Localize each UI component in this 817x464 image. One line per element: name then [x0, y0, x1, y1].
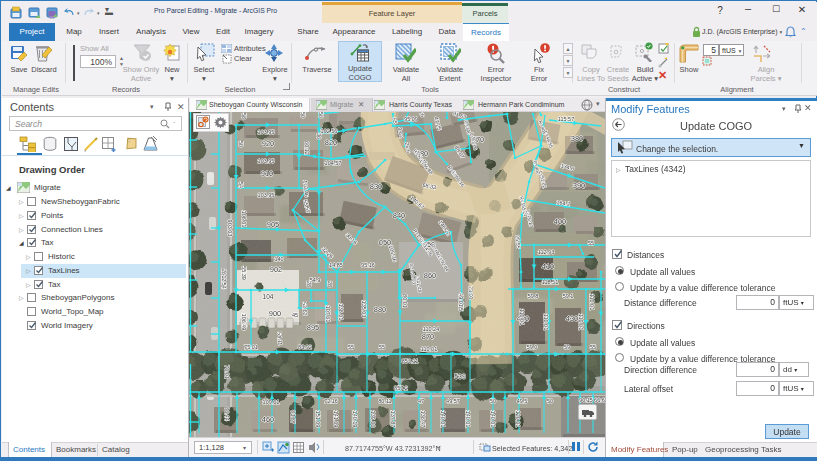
- svg-text:120.01: 120.01: [515, 411, 521, 428]
- svg-text:400: 400: [554, 217, 567, 226]
- svg-text:75.01: 75.01: [244, 344, 258, 350]
- svg-text:80.11: 80.11: [378, 398, 391, 404]
- svg-text:141.09: 141.09: [333, 411, 339, 428]
- svg-text:50: 50: [490, 398, 496, 404]
- svg-text:110.01: 110.01: [543, 314, 549, 330]
- svg-text:36: 36: [316, 133, 322, 139]
- svg-text:870: 870: [422, 332, 435, 341]
- svg-text:902: 902: [270, 265, 283, 274]
- svg-text:59.0: 59.0: [527, 344, 538, 350]
- svg-text:895: 895: [307, 323, 320, 332]
- svg-text:14.85: 14.85: [329, 262, 343, 268]
- svg-text:52.62: 52.62: [301, 302, 308, 316]
- svg-text:390: 390: [573, 181, 586, 190]
- svg-text:50: 50: [238, 141, 244, 147]
- svg-text:55: 55: [391, 117, 398, 124]
- svg-text:56: 56: [318, 112, 324, 118]
- svg-text:55: 55: [588, 240, 594, 246]
- svg-text:110.01: 110.01: [421, 346, 437, 352]
- svg-text:135.03: 135.03: [361, 301, 367, 318]
- svg-text:920: 920: [262, 139, 275, 148]
- svg-text:49.57: 49.57: [446, 398, 460, 404]
- svg-text:880: 880: [374, 305, 387, 314]
- svg-text:107.61: 107.61: [325, 306, 331, 323]
- svg-text:140: 140: [274, 256, 283, 262]
- svg-text:50: 50: [300, 112, 306, 118]
- svg-text:900: 900: [269, 309, 282, 318]
- svg-text:50: 50: [547, 398, 553, 404]
- svg-text:45: 45: [292, 312, 298, 318]
- svg-text:95.16: 95.16: [361, 262, 375, 268]
- svg-text:110.01: 110.01: [589, 294, 595, 310]
- svg-text:139.06: 139.06: [370, 411, 376, 428]
- svg-text:102.56: 102.56: [321, 128, 338, 134]
- svg-text:83.92: 83.92: [298, 344, 312, 350]
- svg-text:70.01: 70.01: [224, 365, 230, 379]
- svg-text:59.1: 59.1: [563, 293, 574, 299]
- svg-text:86.44: 86.44: [224, 407, 230, 421]
- svg-text:28: 28: [306, 281, 312, 287]
- svg-text:49.5: 49.5: [517, 398, 528, 404]
- svg-text:55: 55: [348, 344, 354, 350]
- svg-text:430: 430: [566, 314, 579, 323]
- svg-text:59.8: 59.8: [528, 293, 539, 299]
- svg-text:55: 55: [590, 344, 596, 350]
- svg-text:55.39: 55.39: [241, 266, 247, 280]
- svg-text:840: 840: [393, 211, 406, 220]
- svg-text:460: 460: [262, 415, 275, 424]
- svg-text:103.95: 103.95: [258, 129, 275, 135]
- svg-text:80.01: 80.01: [402, 294, 408, 308]
- svg-text:109.01: 109.01: [263, 399, 280, 405]
- svg-text:410: 410: [542, 262, 555, 271]
- svg-text:103.95: 103.95: [258, 158, 275, 164]
- svg-text:136.47: 136.47: [420, 411, 426, 428]
- svg-text:103.95: 103.95: [258, 192, 275, 198]
- svg-text:820: 820: [325, 138, 338, 147]
- svg-text:58: 58: [241, 113, 247, 119]
- svg-text:140.01: 140.01: [440, 411, 446, 428]
- svg-text:104.57: 104.57: [325, 160, 342, 166]
- svg-text:60.12: 60.12: [304, 141, 310, 155]
- svg-text:55: 55: [379, 344, 385, 350]
- svg-text:115.57: 115.57: [558, 116, 574, 122]
- svg-text:59: 59: [564, 344, 570, 350]
- svg-text:25.55: 25.55: [514, 235, 521, 249]
- svg-text:47: 47: [418, 398, 424, 404]
- svg-text:110.01: 110.01: [578, 314, 584, 330]
- svg-text:905: 905: [267, 220, 280, 229]
- svg-text:140.19: 140.19: [352, 411, 358, 428]
- svg-text:54: 54: [238, 182, 244, 188]
- svg-text:860: 860: [424, 271, 437, 280]
- svg-text:95.09: 95.09: [404, 116, 418, 122]
- svg-text:539: 539: [454, 373, 466, 380]
- svg-text:137.87: 137.87: [390, 411, 396, 428]
- svg-text:2612.54: 2612.54: [221, 269, 227, 289]
- svg-text:106.49: 106.49: [241, 314, 247, 331]
- svg-text:112.93: 112.93: [538, 249, 554, 255]
- svg-text:903.03: 903.03: [227, 220, 233, 237]
- svg-text:140.01: 140.01: [490, 411, 496, 428]
- svg-text:54.11: 54.11: [276, 332, 283, 346]
- svg-text:853.11: 853.11: [402, 358, 418, 364]
- svg-text:49.01: 49.01: [458, 293, 464, 307]
- svg-text:104: 104: [263, 293, 274, 300]
- svg-text:151.09: 151.09: [315, 411, 321, 428]
- svg-text:138.01: 138.01: [338, 304, 344, 321]
- svg-text:140.01: 140.01: [465, 411, 471, 428]
- svg-text:28: 28: [327, 281, 333, 287]
- svg-text:910: 910: [261, 169, 274, 178]
- svg-text:110.24: 110.24: [423, 326, 439, 332]
- svg-text:380: 380: [571, 134, 584, 143]
- svg-text:66.61: 66.61: [594, 397, 605, 403]
- svg-text:73.01: 73.01: [467, 286, 474, 300]
- svg-text:108.01: 108.01: [241, 211, 247, 228]
- svg-text:83.87: 83.87: [290, 410, 296, 424]
- svg-text:90.15: 90.15: [579, 397, 593, 403]
- svg-text:118.51: 118.51: [542, 279, 558, 285]
- svg-text:72.16: 72.16: [324, 398, 338, 404]
- svg-text:857.2: 857.2: [394, 385, 408, 391]
- svg-text:830: 830: [370, 182, 383, 191]
- svg-text:110.01: 110.01: [519, 309, 525, 325]
